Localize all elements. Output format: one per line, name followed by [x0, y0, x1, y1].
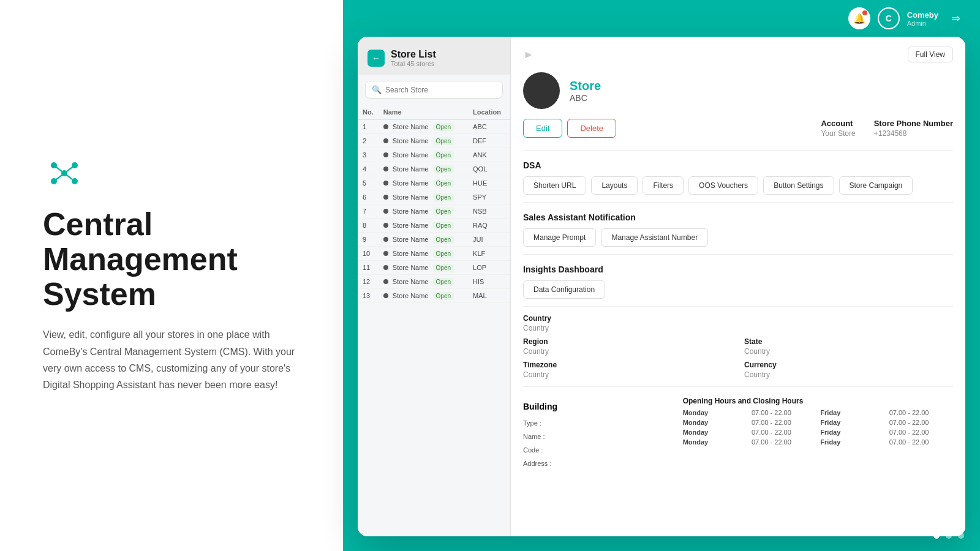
col-no: No. — [358, 105, 379, 120]
currency-label: Currency — [744, 361, 953, 369]
store-subtitle: ABC — [570, 93, 601, 103]
phone-value: +1234568 — [874, 129, 953, 138]
store-status-dot — [383, 223, 388, 228]
app-window: ← Store List Total 45 stores 🔍 No. — [358, 37, 965, 536]
state-item: State Country — [744, 337, 953, 356]
pagination-dot[interactable] — [946, 533, 952, 539]
pagination-dot[interactable] — [933, 533, 940, 539]
svg-line-7 — [54, 165, 64, 173]
building-field-row: Type : — [523, 416, 658, 430]
insights-action-button[interactable]: Data Configuration — [523, 280, 605, 299]
store-status-badge: Open — [433, 222, 454, 230]
search-box[interactable]: 🔍 — [365, 81, 503, 99]
dsa-action-button[interactable]: Layouts — [591, 176, 638, 195]
store-no: 5 — [358, 176, 379, 190]
main-description: View, edit, configure all your stores in… — [43, 326, 300, 393]
store-name-cell: Store Name Open — [379, 176, 468, 190]
sales-action-button[interactable]: Manage Prompt — [523, 228, 596, 247]
building-field-row: Name : — [523, 430, 658, 443]
table-row[interactable]: 8 Store Name Open RAQ — [358, 219, 510, 233]
store-status-dot — [383, 293, 388, 298]
logout-button[interactable]: ⇒ — [946, 9, 965, 28]
table-row[interactable]: 6 Store Name Open SPY — [358, 190, 510, 204]
store-name-cell: Store Name Open — [379, 247, 468, 261]
dsa-action-button[interactable]: Button Settings — [763, 176, 834, 195]
svg-line-8 — [64, 165, 75, 173]
store-status-badge: Open — [433, 179, 454, 187]
table-row[interactable]: 2 Store Name Open DEF — [358, 134, 510, 148]
timezone-item: Timezone Country — [523, 361, 732, 379]
store-name-cell: Store Name Open — [379, 134, 468, 148]
store-name-cell: Store Name Open — [379, 204, 468, 219]
timezone-value: Country — [523, 370, 732, 379]
building-hours-section: Building Type :Name :Code :Address : Ope… — [523, 394, 953, 470]
table-row[interactable]: 11 Store Name Open LOP — [358, 261, 510, 275]
table-row[interactable]: 4 Store Name Open QOL — [358, 162, 510, 176]
store-no: 7 — [358, 204, 379, 219]
dsa-action-button[interactable]: Shorten URL — [523, 176, 586, 195]
table-row[interactable]: 13 Store Name Open MAL — [358, 289, 510, 303]
store-list-heading: Store List — [391, 49, 436, 60]
region-item: Region Country — [523, 337, 732, 356]
store-name-cell: Store Name Open — [379, 233, 468, 247]
dsa-section-title: DSA — [523, 160, 953, 170]
opening-hours-label: Opening Hours and Closing Hours — [683, 397, 953, 405]
building-field-label: Code : — [523, 446, 543, 454]
dsa-action-button[interactable]: OOS Vouchers — [688, 176, 758, 195]
timezone-label: Timezone — [523, 361, 732, 369]
region-value: Country — [523, 347, 732, 356]
dsa-action-button[interactable]: Filters — [643, 176, 684, 195]
store-no: 13 — [358, 289, 379, 303]
delete-button[interactable]: Delete — [567, 119, 616, 138]
hours-time: 07.00 - 22.00 — [889, 429, 953, 436]
back-button[interactable]: ← — [368, 50, 385, 67]
table-row[interactable]: 9 Store Name Open JUI — [358, 233, 510, 247]
store-location: HUE — [468, 176, 510, 190]
full-view-button[interactable]: Full View — [908, 47, 953, 62]
pagination-dot[interactable] — [946, 522, 952, 528]
pagination-dot[interactable] — [933, 522, 940, 528]
edit-button[interactable]: Edit — [523, 119, 562, 138]
store-status-dot — [383, 124, 388, 129]
state-value: Country — [744, 347, 953, 356]
store-status-dot — [383, 138, 388, 143]
store-location: NSB — [468, 204, 510, 219]
search-input[interactable] — [385, 86, 496, 94]
store-status-badge: Open — [433, 193, 454, 201]
hours-day: Friday — [820, 438, 884, 446]
table-row[interactable]: 3 Store Name Open ANK — [358, 148, 510, 162]
pagination-dot[interactable] — [958, 522, 964, 528]
store-name-cell: Store Name Open — [379, 261, 468, 275]
svg-line-9 — [54, 173, 64, 181]
hours-time: 07.00 - 22.00 — [752, 419, 815, 426]
phone-block: Store Phone Number +1234568 — [874, 119, 953, 138]
table-row[interactable]: 5 Store Name Open HUE — [358, 176, 510, 190]
pagination-dot[interactable] — [958, 533, 964, 539]
store-detail-panel: ► Full View Store ABC Edit Delete Ac — [511, 37, 965, 536]
store-no: 4 — [358, 162, 379, 176]
hours-time: 07.00 - 22.00 — [889, 438, 953, 446]
table-row[interactable]: 1 Store Name Open ABC — [358, 120, 510, 134]
store-name-cell: Store Name Open — [379, 219, 468, 233]
region-label: Region — [523, 337, 732, 346]
table-row[interactable]: 12 Store Name Open HIS — [358, 275, 510, 289]
user-role: Admin — [907, 20, 938, 27]
notification-button[interactable]: 🔔 — [848, 7, 870, 29]
store-status-dot — [383, 209, 388, 214]
sales-action-button[interactable]: Manage Assistant Number — [601, 228, 708, 247]
user-info: Comeby Admin — [907, 10, 938, 27]
dsa-action-button[interactable]: Store Campaign — [839, 176, 913, 195]
building-field-label: Address : — [523, 460, 551, 467]
account-block: Account Your Store — [821, 119, 855, 138]
currency-value: Country — [744, 370, 953, 379]
store-no: 1 — [358, 120, 379, 134]
store-name-cell: Store Name Open — [379, 148, 468, 162]
opening-hours-section: Opening Hours and Closing Hours Monday07… — [683, 397, 953, 470]
store-status-dot — [383, 265, 388, 270]
right-panel: 🔔 C Comeby Admin ⇒ ← Store List Total 45… — [343, 0, 980, 551]
hours-time: 07.00 - 22.00 — [889, 419, 953, 426]
store-location: QOL — [468, 162, 510, 176]
table-row[interactable]: 7 Store Name Open NSB — [358, 204, 510, 219]
store-status-badge: Open — [433, 278, 454, 286]
table-row[interactable]: 10 Store Name Open KLF — [358, 247, 510, 261]
